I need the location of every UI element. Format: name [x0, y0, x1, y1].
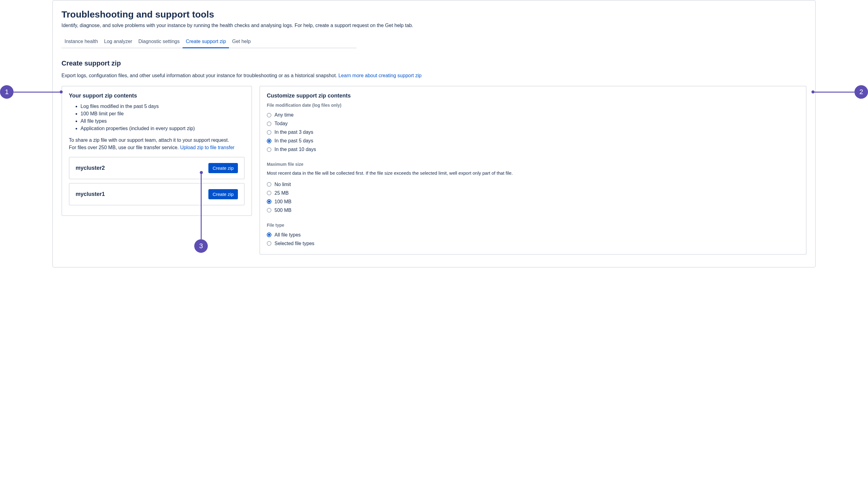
- radio-icon: [267, 208, 271, 212]
- summary-item: All file types: [81, 118, 245, 125]
- cluster-row: mycluster1 Create zip: [69, 183, 245, 205]
- radio-past-3-days[interactable]: In the past 3 days: [267, 128, 799, 137]
- radio-label: Any time: [275, 111, 293, 119]
- radio-label: Today: [275, 120, 288, 127]
- radio-selected-file-types[interactable]: Selected file types: [267, 239, 799, 248]
- page-title: Troubleshooting and support tools: [61, 9, 807, 20]
- annotation-dot: [811, 90, 814, 93]
- annotation-badge-2: 2: [855, 85, 868, 99]
- radio-25mb[interactable]: 25 MB: [267, 189, 799, 198]
- radio-icon: [267, 182, 271, 187]
- mod-date-group: File modification date (log files only) …: [267, 103, 799, 154]
- file-type-label: File type: [267, 223, 799, 228]
- radio-icon: [267, 113, 271, 118]
- radio-icon: [267, 191, 271, 195]
- mod-date-label: File modification date (log files only): [267, 103, 799, 108]
- annotation-line: [814, 92, 855, 93]
- radio-icon: [267, 199, 271, 204]
- radio-label: 25 MB: [275, 189, 289, 197]
- annotation-badge-3: 3: [194, 239, 208, 253]
- max-size-label: Maximum file size: [267, 162, 799, 167]
- cluster-name: mycluster1: [75, 191, 105, 198]
- radio-label: Selected file types: [275, 240, 314, 247]
- tab-get-help[interactable]: Get help: [229, 37, 254, 48]
- radio-100mb[interactable]: 100 MB: [267, 198, 799, 206]
- radio-label: In the past 10 days: [275, 146, 316, 153]
- customize-card: Customize support zip contents File modi…: [259, 86, 807, 254]
- radio-label: 500 MB: [275, 207, 291, 214]
- learn-more-link[interactable]: Learn more about creating support zip: [338, 73, 422, 78]
- radio-label: No limit: [275, 181, 291, 188]
- annotation-dot: [200, 171, 203, 174]
- max-size-group: Maximum file size Most recent data in th…: [267, 162, 799, 215]
- tab-log-analyzer[interactable]: Log analyzer: [101, 37, 135, 48]
- cluster-row: mycluster2 Create zip: [69, 157, 245, 179]
- share-line-2: For files over 250 MB, use our file tran…: [69, 145, 180, 150]
- max-size-description: Most recent data in the file will be col…: [267, 170, 799, 177]
- radio-label: All file types: [275, 231, 301, 239]
- summary-item: Application properties (included in ever…: [81, 125, 245, 132]
- radio-icon: [267, 121, 271, 126]
- create-zip-button[interactable]: Create zip: [208, 189, 238, 199]
- contents-summary-list: Log files modified in the past 5 days 10…: [69, 103, 245, 132]
- upload-zip-link[interactable]: Upload zip to file transfer: [180, 145, 235, 150]
- tab-bar: Instance health Log analyzer Diagnostic …: [61, 37, 356, 48]
- section-description-text: Export logs, configuration files, and ot…: [61, 73, 338, 78]
- annotation-line: [13, 92, 60, 93]
- radio-no-limit[interactable]: No limit: [267, 180, 799, 189]
- radio-icon: [267, 139, 271, 143]
- share-instructions: To share a zip file with our support tea…: [69, 137, 245, 151]
- contents-card-title: Your support zip contents: [69, 93, 245, 99]
- summary-item: 100 MB limit per file: [81, 110, 245, 118]
- radio-all-file-types[interactable]: All file types: [267, 231, 799, 239]
- section-description: Export logs, configuration files, and ot…: [61, 73, 807, 79]
- share-line-1: To share a zip file with our support tea…: [69, 138, 229, 143]
- create-zip-button[interactable]: Create zip: [208, 163, 238, 173]
- customize-card-title: Customize support zip contents: [267, 93, 799, 99]
- cluster-name: mycluster2: [75, 165, 105, 171]
- radio-past-10-days[interactable]: In the past 10 days: [267, 145, 799, 154]
- radio-500mb[interactable]: 500 MB: [267, 206, 799, 215]
- radio-icon: [267, 233, 271, 237]
- radio-icon: [267, 147, 271, 152]
- summary-item: Log files modified in the past 5 days: [81, 103, 245, 110]
- radio-icon: [267, 241, 271, 246]
- tab-instance-health[interactable]: Instance health: [61, 37, 101, 48]
- radio-label: In the past 3 days: [275, 128, 313, 136]
- radio-icon: [267, 130, 271, 135]
- radio-today[interactable]: Today: [267, 119, 799, 128]
- radio-label: 100 MB: [275, 198, 291, 205]
- radio-any-time[interactable]: Any time: [267, 111, 799, 119]
- page-description: Identify, diagnose, and solve problems w…: [61, 23, 807, 28]
- radio-label: In the past 5 days: [275, 137, 313, 145]
- section-title: Create support zip: [61, 59, 807, 67]
- annotation-line: [201, 173, 202, 239]
- main-panel: Troubleshooting and support tools Identi…: [52, 0, 816, 268]
- support-zip-contents-card: Your support zip contents Log files modi…: [61, 86, 252, 216]
- annotation-badge-1: 1: [0, 85, 13, 99]
- tab-diagnostic-settings[interactable]: Diagnostic settings: [135, 37, 183, 48]
- radio-past-5-days[interactable]: In the past 5 days: [267, 137, 799, 145]
- annotation-dot: [60, 90, 63, 93]
- file-type-group: File type All file types Selected file t…: [267, 223, 799, 248]
- tab-create-support-zip[interactable]: Create support zip: [183, 37, 229, 48]
